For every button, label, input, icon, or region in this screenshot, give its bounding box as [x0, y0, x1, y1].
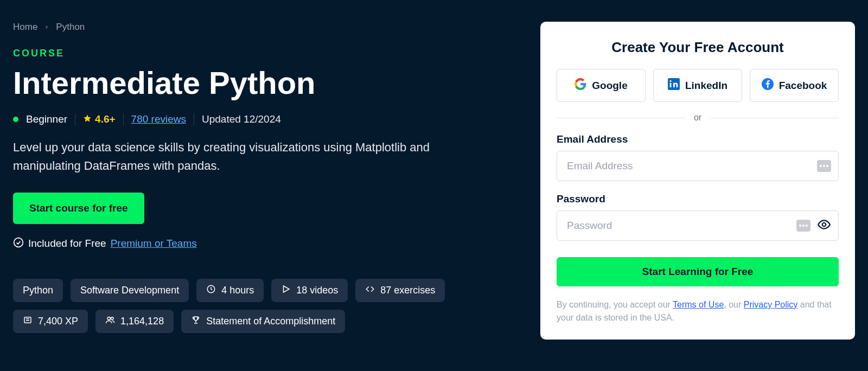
linkedin-icon — [668, 78, 680, 93]
breadcrumb-current: Python — [56, 22, 85, 33]
chip-python[interactable]: Python — [13, 279, 63, 302]
premium-teams-link[interactable]: Premium or Teams — [111, 238, 197, 250]
start-course-button[interactable]: Start course for free — [13, 193, 144, 224]
svg-point-8 — [111, 317, 114, 320]
email-label: Email Address — [557, 133, 839, 145]
signup-title: Create Your Free Account — [557, 39, 839, 56]
toggle-password-visibility-icon[interactable] — [817, 218, 831, 234]
button-label: Google — [592, 80, 627, 92]
chip-label: 4 hours — [221, 285, 254, 296]
linkedin-login-button[interactable]: LinkedIn — [653, 69, 742, 102]
chip-label: Software Development — [80, 285, 179, 296]
password-label: Password — [557, 193, 839, 205]
rating-value: 4.6+ — [95, 113, 116, 125]
button-label: LinkedIn — [685, 80, 727, 92]
terms-prefix: By continuing, you accept our — [557, 300, 673, 309]
terms-mid: , our — [724, 300, 743, 309]
chip-label: 1,164,128 — [120, 316, 164, 327]
divider — [123, 113, 124, 125]
course-updated: Updated 12/2024 — [202, 113, 281, 125]
start-learning-button[interactable]: Start Learning for Free — [557, 257, 839, 286]
clock-icon — [206, 284, 216, 297]
signup-card: Create Your Free Account Google LinkedIn — [540, 22, 855, 340]
social-login-row: Google LinkedIn Facebook — [557, 69, 839, 102]
terms-text: By continuing, you accept our Terms of U… — [557, 298, 839, 324]
svg-point-1 — [14, 238, 23, 247]
chip-label: Statement of Accomplishment — [206, 316, 335, 327]
or-text: or — [694, 113, 701, 123]
google-icon — [575, 78, 586, 93]
breadcrumb-home[interactable]: Home — [13, 22, 37, 33]
privacy-policy-link[interactable]: Privacy Policy — [744, 300, 798, 309]
code-icon — [365, 284, 375, 297]
chip-hours: 4 hours — [196, 279, 264, 302]
svg-marker-0 — [84, 114, 91, 121]
terms-of-use-link[interactable]: Terms of Use — [673, 300, 724, 309]
chip-label: 18 videos — [296, 285, 338, 296]
facebook-login-button[interactable]: Facebook — [750, 69, 839, 102]
chip-learners: 1,164,128 — [95, 310, 174, 333]
email-field[interactable] — [557, 151, 839, 181]
svg-marker-3 — [284, 286, 290, 292]
level-dot-icon — [13, 117, 18, 122]
chip-software-dev[interactable]: Software Development — [71, 279, 189, 302]
chip-exercises: 87 exercises — [355, 279, 445, 302]
chevron-right-icon — [44, 22, 49, 33]
xp-icon — [23, 315, 33, 328]
chip-statement: Statement of Accomplishment — [181, 310, 345, 333]
trophy-icon — [191, 315, 201, 328]
chip-label: 87 exercises — [380, 285, 435, 296]
chips-row: Python Software Development 4 hours 18 v… — [13, 279, 519, 333]
play-icon — [281, 284, 291, 297]
chip-xp: 7,400 XP — [13, 310, 88, 333]
divider — [75, 113, 75, 125]
page-title: Intermediate Python — [13, 66, 519, 100]
included-line: Included for Free Premium or Teams — [13, 237, 519, 251]
password-manager-icon[interactable] — [796, 220, 810, 232]
chip-videos: 18 videos — [271, 279, 348, 302]
breadcrumb: Home Python — [13, 22, 519, 33]
svg-point-13 — [822, 223, 826, 227]
star-icon — [83, 113, 92, 125]
divider — [194, 113, 194, 125]
check-circle-icon — [13, 237, 24, 251]
course-rating: 4.6+ — [83, 113, 116, 125]
google-login-button[interactable]: Google — [557, 69, 646, 102]
course-label: COURSE — [13, 48, 519, 59]
reviews-link[interactable]: 780 reviews — [131, 113, 186, 125]
password-manager-icon[interactable] — [817, 160, 831, 172]
users-icon — [105, 315, 115, 328]
course-description: Level up your data science skills by cre… — [13, 138, 436, 175]
or-divider: or — [557, 113, 839, 123]
course-meta: Beginner 4.6+ 780 reviews Updated 12/202… — [13, 113, 519, 125]
chip-label: Python — [23, 285, 53, 296]
course-level: Beginner — [26, 113, 67, 125]
svg-point-7 — [107, 317, 110, 319]
facebook-icon — [762, 78, 774, 93]
button-label: Facebook — [779, 80, 827, 92]
included-text: Included for Free — [28, 238, 106, 250]
chip-label: 7,400 XP — [38, 316, 78, 327]
